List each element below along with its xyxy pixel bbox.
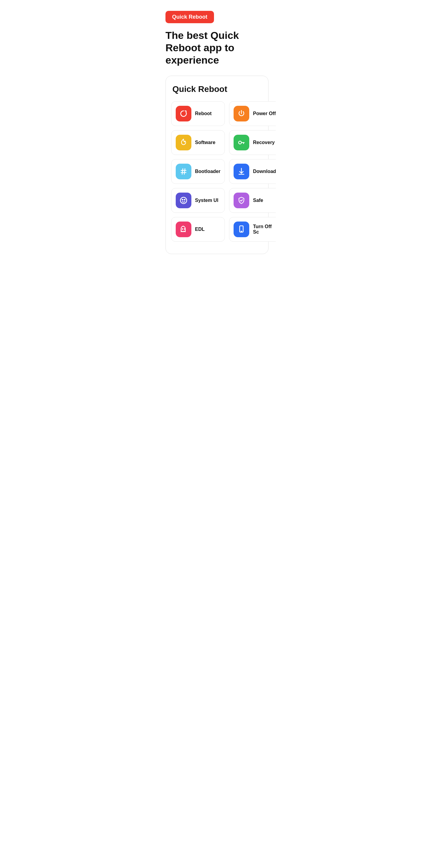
software-icon (176, 135, 191, 150)
tile-bootloader-label: Bootloader (195, 169, 220, 174)
edl-icon (176, 221, 191, 237)
tile-systemui[interactable]: System UI (171, 188, 225, 213)
download-icon (234, 164, 249, 179)
safe-icon (234, 193, 249, 208)
tile-safe-label: Safe (253, 198, 263, 203)
tile-bootloader[interactable]: Bootloader (171, 159, 225, 184)
tile-poweroff-label: Power Off (253, 111, 276, 116)
tile-reboot-label: Reboot (195, 111, 212, 116)
systemui-icon (176, 193, 191, 208)
tile-edl[interactable]: EDL (171, 217, 225, 242)
reboot-icon (176, 106, 191, 121)
tiles-grid: RebootPower OffSoftwareRecoveryBootloade… (171, 101, 263, 242)
tile-recovery-label: Recovery (253, 140, 275, 145)
tile-software-label: Software (195, 140, 216, 145)
tile-systemui-label: System UI (195, 198, 218, 203)
tile-edl-label: EDL (195, 227, 205, 232)
tile-poweroff[interactable]: Power Off (229, 101, 276, 126)
tile-safe[interactable]: Safe (229, 188, 276, 213)
poweroff-icon (234, 106, 249, 121)
bootloader-icon (176, 164, 191, 179)
tile-download[interactable]: Download (229, 159, 276, 184)
tile-turnoffsc-label: Turn Off Sc (253, 224, 276, 235)
tile-download-label: Download (253, 169, 276, 174)
card-title: Quick Reboot (171, 84, 263, 94)
main-card: Quick Reboot RebootPower OffSoftwareReco… (165, 76, 269, 254)
tile-turnoffsc[interactable]: Turn Off Sc (229, 217, 276, 242)
tile-software[interactable]: Software (171, 130, 225, 155)
recovery-icon (234, 135, 249, 150)
tile-recovery[interactable]: Recovery (229, 130, 276, 155)
app-badge: Quick Reboot (165, 11, 214, 23)
turnoffsc-icon (234, 221, 249, 237)
hero-title: The best Quick Reboot app to experience (165, 29, 269, 66)
tile-reboot[interactable]: Reboot (171, 101, 225, 126)
